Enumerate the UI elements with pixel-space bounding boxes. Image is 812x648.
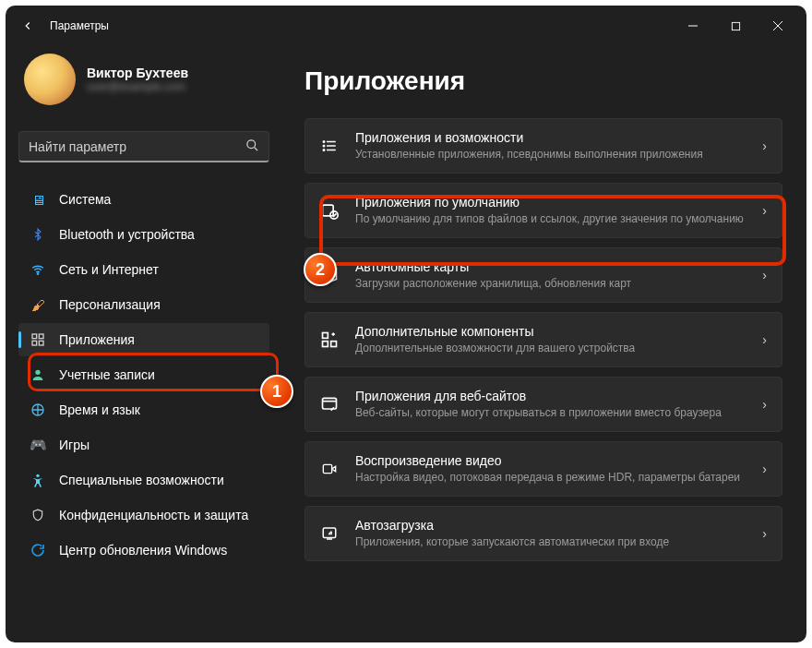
nav-windows-update[interactable]: Центр обновления Windows bbox=[18, 534, 269, 567]
window-maximize[interactable] bbox=[714, 11, 757, 41]
main-content: Приложения Приложения и возможности Уста… bbox=[282, 46, 806, 642]
nav-network[interactable]: Сеть и Интернет bbox=[18, 253, 269, 286]
nav-time-language[interactable]: Время и язык bbox=[18, 393, 269, 426]
nav-gaming[interactable]: 🎮 Игры bbox=[18, 428, 269, 462]
avatar bbox=[24, 54, 76, 105]
svg-rect-28 bbox=[323, 398, 337, 409]
nav-label: Время и язык bbox=[59, 402, 140, 417]
nav-label: Центр обновления Windows bbox=[59, 543, 227, 558]
svg-point-13 bbox=[36, 474, 39, 477]
chevron-right-icon: › bbox=[762, 462, 767, 476]
card-title: Приложения для веб-сайтов bbox=[355, 389, 747, 403]
svg-point-18 bbox=[323, 145, 325, 147]
map-icon bbox=[318, 267, 340, 283]
person-icon bbox=[30, 366, 46, 383]
card-title: Воспроизведение видео bbox=[355, 453, 747, 468]
card-apps-features[interactable]: Приложения и возможности Установленные п… bbox=[304, 118, 782, 174]
card-subtitle: Настройка видео, потоковая передача в ре… bbox=[355, 470, 747, 485]
card-title: Автономные карты bbox=[355, 259, 747, 274]
svg-rect-20 bbox=[323, 205, 334, 216]
profile-name: Виктор Бухтеев bbox=[87, 66, 188, 80]
card-default-apps[interactable]: Приложения по умолчанию По умолчанию для… bbox=[304, 183, 782, 238]
svg-rect-25 bbox=[323, 333, 328, 339]
wifi-icon bbox=[30, 261, 46, 278]
nav-apps[interactable]: Приложения bbox=[18, 323, 269, 356]
chevron-right-icon: › bbox=[762, 332, 767, 347]
chevron-right-icon: › bbox=[762, 526, 767, 541]
card-subtitle: Дополнительные возможности для вашего ус… bbox=[355, 341, 747, 355]
nav-label: Специальные возможности bbox=[59, 473, 224, 487]
profile-email: user@example.com bbox=[87, 80, 188, 93]
nav-label: Персонализация bbox=[59, 297, 161, 312]
nav-label: Учетные записи bbox=[59, 367, 155, 382]
window-title: Параметры bbox=[50, 19, 109, 32]
default-apps-icon bbox=[318, 201, 340, 220]
svg-rect-1 bbox=[732, 22, 739, 30]
card-subtitle: Приложения, которые запускаются автомати… bbox=[355, 534, 747, 549]
chevron-right-icon: › bbox=[762, 268, 767, 282]
back-button[interactable] bbox=[13, 11, 42, 41]
card-offline-maps[interactable]: Автономные карты Загрузки расположение х… bbox=[304, 247, 782, 303]
svg-point-17 bbox=[323, 141, 325, 143]
components-icon bbox=[318, 330, 340, 349]
sidebar: Виктор Бухтеев user@example.com Найти па… bbox=[6, 46, 282, 642]
page-title: Приложения bbox=[304, 66, 782, 96]
search-placeholder: Найти параметр bbox=[29, 139, 126, 154]
card-startup[interactable]: Автозагрузка Приложения, которые запуска… bbox=[304, 506, 782, 561]
gamepad-icon: 🎮 bbox=[30, 437, 46, 453]
titlebar: Параметры bbox=[6, 6, 806, 46]
nav-system[interactable]: 🖥 Система bbox=[18, 183, 269, 216]
nav-bluetooth[interactable]: Bluetooth и устройства bbox=[18, 218, 269, 251]
system-icon: 🖥 bbox=[30, 191, 46, 208]
card-subtitle: Веб-сайты, которые могут открываться в п… bbox=[355, 405, 747, 420]
svg-point-4 bbox=[247, 139, 256, 148]
card-subtitle: Загрузки расположение хранилища, обновле… bbox=[355, 276, 747, 291]
nav-personalization[interactable]: 🖌 Персонализация bbox=[18, 288, 269, 321]
svg-rect-26 bbox=[331, 342, 337, 347]
website-apps-icon bbox=[318, 395, 340, 414]
chevron-right-icon: › bbox=[762, 138, 767, 153]
shield-icon bbox=[30, 507, 46, 523]
card-title: Дополнительные компоненты bbox=[355, 324, 747, 339]
bluetooth-icon bbox=[30, 226, 46, 243]
card-apps-for-websites[interactable]: Приложения для веб-сайтов Веб-сайты, кот… bbox=[304, 377, 782, 432]
apps-icon bbox=[30, 331, 46, 348]
nav-label: Bluetooth и устройства bbox=[59, 227, 195, 242]
svg-rect-7 bbox=[32, 334, 37, 339]
card-title: Приложения по умолчанию bbox=[355, 195, 747, 210]
card-video-playback[interactable]: Воспроизведение видео Настройка видео, п… bbox=[304, 441, 782, 497]
card-title: Автозагрузка bbox=[355, 518, 747, 533]
nav-label: Конфиденциальность и защита bbox=[59, 508, 248, 522]
nav-label: Приложения bbox=[59, 332, 135, 347]
svg-point-19 bbox=[323, 150, 325, 151]
search-input[interactable]: Найти параметр bbox=[18, 131, 269, 162]
globe-icon bbox=[30, 402, 46, 418]
brush-icon: 🖌 bbox=[30, 296, 46, 313]
chevron-right-icon: › bbox=[762, 397, 767, 412]
svg-marker-22 bbox=[323, 269, 337, 282]
svg-rect-10 bbox=[39, 341, 43, 345]
svg-point-6 bbox=[37, 273, 38, 274]
chevron-right-icon: › bbox=[762, 203, 767, 218]
card-title: Приложения и возможности bbox=[355, 130, 747, 145]
svg-rect-27 bbox=[323, 342, 328, 347]
svg-line-5 bbox=[255, 147, 257, 150]
nav-label: Система bbox=[59, 192, 111, 207]
profile[interactable]: Виктор Бухтеев user@example.com bbox=[18, 50, 269, 114]
startup-icon bbox=[318, 525, 340, 542]
nav-accessibility[interactable]: Специальные возможности bbox=[18, 463, 269, 497]
svg-rect-30 bbox=[323, 464, 331, 473]
accessibility-icon bbox=[30, 472, 46, 488]
svg-rect-8 bbox=[39, 334, 43, 339]
nav-accounts[interactable]: Учетные записи bbox=[18, 358, 269, 391]
window-minimize[interactable] bbox=[672, 11, 714, 41]
update-icon bbox=[30, 542, 46, 558]
nav: 🖥 Система Bluetooth и устройства Сеть и … bbox=[18, 183, 269, 567]
card-subtitle: Установленные приложения, псевдонимы вып… bbox=[355, 147, 747, 162]
window-close[interactable] bbox=[757, 11, 799, 41]
card-subtitle: По умолчанию для типов файлов и ссылок, … bbox=[355, 211, 747, 226]
card-optional-features[interactable]: Дополнительные компоненты Дополнительные… bbox=[304, 312, 782, 367]
list-icon bbox=[318, 138, 340, 154]
svg-point-11 bbox=[35, 370, 40, 375]
nav-privacy[interactable]: Конфиденциальность и защита bbox=[18, 498, 269, 532]
